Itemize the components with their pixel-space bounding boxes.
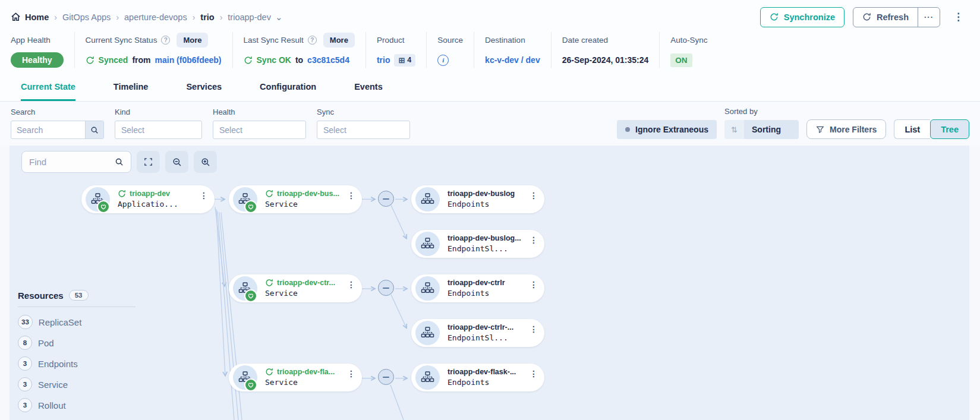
ignore-extraneous-toggle[interactable]: Ignore Extraneous bbox=[617, 120, 717, 139]
synchronize-button[interactable]: Synchronize bbox=[760, 7, 844, 27]
resource-filter-replicaset[interactable]: 33 ReplicaSet bbox=[18, 315, 138, 329]
node-menu-button[interactable]: ⋮ bbox=[530, 236, 538, 244]
healthy-heart-icon bbox=[244, 289, 257, 302]
product-count-badge[interactable]: ⊞ 4 bbox=[394, 54, 415, 67]
current-sync-label: Current Sync Status bbox=[86, 36, 157, 45]
node-menu-button[interactable]: ⋮ bbox=[347, 370, 355, 378]
sorting-select[interactable]: ⇅ Sorting bbox=[724, 120, 799, 139]
node-title: trioapp-dev-bus... bbox=[277, 190, 339, 198]
help-icon[interactable]: ? bbox=[161, 36, 170, 45]
breadcrumb-home[interactable]: Home bbox=[11, 12, 49, 22]
destination-link[interactable]: kc-v-dev / dev bbox=[485, 55, 540, 65]
node-kind: Endpoints bbox=[448, 200, 489, 209]
search-button[interactable] bbox=[85, 121, 103, 138]
node-menu-button[interactable]: ⋮ bbox=[347, 281, 355, 289]
collapse-button[interactable] bbox=[378, 369, 394, 385]
kind-field: Kind bbox=[115, 108, 202, 139]
sync-revision-link[interactable]: main (f0b6fdeeb) bbox=[155, 55, 222, 65]
tab-configuration[interactable]: Configuration bbox=[260, 82, 316, 101]
resource-filter-pod[interactable]: 8 Pod bbox=[18, 336, 138, 350]
current-sync-column: Current Sync Status ? More Synced from m… bbox=[74, 32, 232, 68]
refresh-button[interactable]: Refresh bbox=[853, 8, 918, 27]
minus-icon bbox=[383, 198, 389, 200]
current-sync-more-button[interactable]: More bbox=[177, 33, 208, 48]
date-created-column: Date created 26-Sep-2024, 01:35:24 bbox=[551, 32, 660, 68]
zoom-in-button[interactable] bbox=[194, 151, 217, 173]
fit-view-button[interactable] bbox=[137, 151, 160, 173]
find-input[interactable] bbox=[29, 157, 115, 167]
tree-node-service-ctrlr[interactable]: trioapp-dev-ctr... Service ⋮ bbox=[229, 274, 362, 302]
node-menu-button[interactable]: ⋮ bbox=[530, 370, 538, 378]
more-filters-button[interactable]: More Filters bbox=[806, 119, 886, 139]
top-bar: Home › GitOps Apps › aperture-devops › t… bbox=[0, 0, 980, 29]
breadcrumb-separator: › bbox=[193, 12, 196, 22]
last-sync-more-button[interactable]: More bbox=[323, 33, 355, 48]
date-created-label: Date created bbox=[562, 32, 649, 48]
chevron-down-icon: ⌄ bbox=[275, 15, 283, 20]
search-field: Search bbox=[11, 108, 104, 139]
tree-node-endpoints-ctrlr[interactable]: trioapp-dev-ctrlr Endpoints ⋮ bbox=[411, 274, 544, 302]
sync-target-link[interactable]: c3c81c5d4 bbox=[307, 55, 349, 65]
search-input[interactable] bbox=[11, 121, 85, 138]
node-menu-button[interactable]: ⋮ bbox=[530, 281, 538, 289]
help-icon[interactable]: ? bbox=[308, 36, 317, 45]
view-tree-button[interactable]: Tree bbox=[930, 119, 969, 139]
breadcrumb-app-selector[interactable]: trioapp-dev ⌄ bbox=[228, 12, 282, 22]
node-menu-button[interactable]: ⋮ bbox=[347, 192, 355, 200]
info-icon[interactable]: i bbox=[437, 55, 449, 66]
resource-avatar bbox=[415, 187, 440, 211]
view-list-button[interactable]: List bbox=[894, 119, 930, 139]
tree-node-endpoints-buslog[interactable]: trioapp-dev-buslog Endpoints ⋮ bbox=[411, 185, 544, 213]
node-title: trioapp-dev-buslog bbox=[448, 190, 515, 198]
tree-node-endpointslice-ctrlr[interactable]: trioapp-dev-ctrlr-... EndpointSl... ⋮ bbox=[411, 319, 544, 347]
sorted-by-label: Sorted by bbox=[724, 107, 799, 116]
date-created-value: 26-Sep-2024, 01:35:24 bbox=[562, 55, 649, 65]
product-column: Product trio ⊞ 4 bbox=[365, 32, 426, 68]
breadcrumb-instance[interactable]: aperture-devops bbox=[124, 12, 187, 22]
node-menu-button[interactable]: ⋮ bbox=[530, 192, 538, 200]
home-icon bbox=[11, 12, 21, 22]
collapse-button[interactable] bbox=[378, 280, 394, 296]
top-actions: Synchronize Refresh ··· ⋮ bbox=[760, 7, 968, 27]
tree-node-endpoints-flask[interactable]: trioapp-dev-flask-... Endpoints ⋮ bbox=[411, 364, 544, 391]
refresh-icon bbox=[862, 12, 871, 21]
find-box bbox=[21, 151, 131, 173]
zoom-out-icon bbox=[172, 157, 182, 167]
divider bbox=[18, 307, 136, 307]
tab-timeline[interactable]: Timeline bbox=[114, 82, 149, 101]
sync-label: Sync bbox=[317, 108, 410, 116]
search-label: Search bbox=[11, 108, 104, 116]
resource-avatar bbox=[415, 232, 440, 256]
sort-arrows-icon: ⇅ bbox=[724, 120, 744, 139]
product-label: Product bbox=[377, 32, 415, 48]
resource-filter-service[interactable]: 3 Service bbox=[18, 377, 138, 391]
node-menu-button[interactable]: ⋮ bbox=[530, 326, 538, 333]
resource-filter-endpoints[interactable]: 3 Endpoints bbox=[18, 356, 138, 371]
resource-tree-canvas[interactable]: trioapp-dev Applicatio... ⋮ trioapp-dev-… bbox=[10, 146, 969, 420]
source-column: Source i bbox=[426, 32, 474, 68]
tab-current-state[interactable]: Current State bbox=[21, 82, 75, 101]
tab-events[interactable]: Events bbox=[354, 82, 383, 101]
refresh-button-group: Refresh ··· bbox=[853, 7, 940, 27]
tab-services[interactable]: Services bbox=[186, 82, 222, 101]
tree-node-service-flask[interactable]: trioapp-dev-fla... Service ⋮ bbox=[229, 364, 362, 391]
expand-icon bbox=[144, 157, 153, 166]
resource-filter-rollout[interactable]: 3 Rollout bbox=[18, 398, 138, 412]
tree-node-service-buslog[interactable]: trioapp-dev-bus... Service ⋮ bbox=[229, 185, 362, 213]
tree-node-endpointslice-buslog[interactable]: trioapp-dev-buslog... EndpointSl... ⋮ bbox=[411, 230, 544, 258]
sync-select[interactable] bbox=[317, 121, 409, 138]
node-menu-button[interactable]: ⋮ bbox=[200, 192, 208, 200]
breadcrumb-project[interactable]: trio bbox=[200, 12, 214, 22]
kind-select[interactable] bbox=[115, 121, 201, 138]
zoom-out-button[interactable] bbox=[165, 151, 188, 173]
health-select[interactable] bbox=[213, 121, 305, 138]
refresh-options-button[interactable]: ··· bbox=[918, 8, 940, 27]
product-link[interactable]: trio bbox=[377, 55, 390, 65]
sync-icon bbox=[265, 279, 273, 287]
app-health-column: App Health Healthy bbox=[11, 32, 74, 68]
collapse-button[interactable] bbox=[378, 191, 394, 207]
last-sync-column: Last Sync Result ? More Sync OK to c3c81… bbox=[232, 32, 365, 68]
tree-node-application[interactable]: trioapp-dev Applicatio... ⋮ bbox=[81, 185, 215, 213]
breadcrumb-gitops-apps[interactable]: GitOps Apps bbox=[62, 12, 111, 22]
page-menu-button[interactable]: ⋮ bbox=[949, 11, 968, 23]
